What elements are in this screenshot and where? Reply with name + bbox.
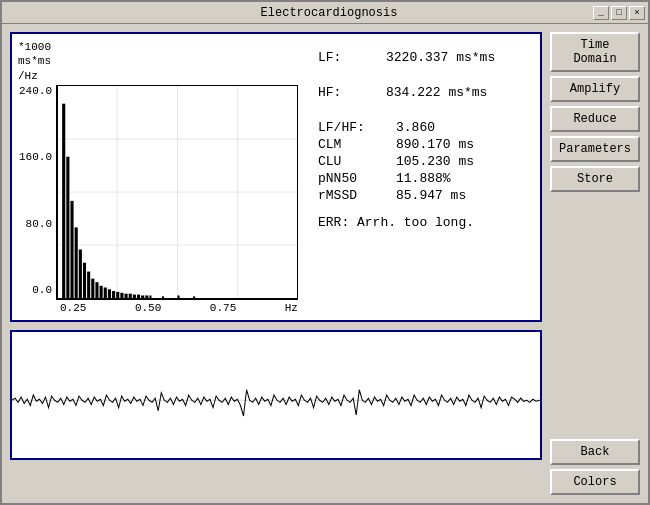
hf-label: HF:	[318, 85, 378, 100]
chart-area: *1000 ms*ms /Hz 240.0 160.0 80.0 0.0	[18, 40, 298, 314]
window-title: Electrocardiognosis	[65, 6, 593, 20]
clm-row: CLM 890.170 ms	[318, 137, 514, 152]
svg-rect-26	[145, 295, 148, 298]
svg-rect-30	[193, 296, 195, 298]
amplify-button[interactable]: Amplify	[550, 76, 640, 102]
svg-rect-22	[129, 294, 132, 298]
pnn50-value: 11.888%	[396, 171, 451, 186]
clm-label: CLM	[318, 137, 388, 152]
svg-rect-27	[149, 295, 151, 298]
svg-rect-29	[178, 295, 180, 298]
stats-area: LF: 3220.337 ms*ms HF: 834.222 ms*ms LF/…	[298, 40, 534, 314]
content-area: *1000 ms*ms /Hz 240.0 160.0 80.0 0.0	[2, 24, 648, 503]
svg-rect-12	[87, 271, 90, 298]
svg-rect-14	[95, 282, 98, 298]
svg-rect-20	[120, 293, 123, 298]
y-axis-labels: 240.0 160.0 80.0 0.0	[18, 85, 56, 314]
rmssd-label: rMSSD	[318, 188, 388, 203]
svg-rect-28	[162, 296, 164, 298]
title-bar: Electrocardiognosis _ □ ×	[2, 2, 648, 24]
svg-rect-7	[66, 157, 69, 298]
clu-label: CLU	[318, 154, 388, 169]
lf-hf-row: LF/HF: 3.860	[318, 120, 514, 135]
minimize-button[interactable]: _	[593, 6, 609, 20]
error-text: ERR: Arrh. too long.	[318, 215, 514, 230]
frequency-chart-panel: *1000 ms*ms /Hz 240.0 160.0 80.0 0.0	[10, 32, 542, 322]
svg-rect-8	[70, 201, 73, 298]
svg-rect-18	[112, 291, 115, 298]
window-controls: _ □ ×	[593, 6, 645, 20]
svg-rect-13	[91, 279, 94, 298]
parameters-button[interactable]: Parameters	[550, 136, 640, 162]
pnn50-row: pNN50 11.888%	[318, 171, 514, 186]
svg-rect-16	[104, 287, 107, 298]
hf-value: 834.222 ms*ms	[386, 85, 487, 100]
frequency-chart-canvas	[56, 85, 298, 300]
time-domain-button[interactable]: Time Domain	[550, 32, 640, 72]
lf-value: 3220.337 ms*ms	[386, 50, 495, 65]
svg-rect-24	[137, 294, 140, 298]
lf-label: LF:	[318, 50, 378, 65]
svg-rect-25	[141, 295, 144, 298]
svg-rect-9	[75, 227, 78, 298]
svg-rect-21	[125, 294, 128, 298]
main-window: Electrocardiognosis _ □ × *1000 ms*ms /H…	[0, 0, 650, 505]
waveform-panel	[10, 330, 542, 460]
svg-rect-17	[108, 289, 111, 298]
y-label: *1000 ms*ms /Hz	[18, 40, 298, 83]
clu-value: 105.230 ms	[396, 154, 474, 169]
svg-rect-19	[116, 292, 119, 298]
maximize-button[interactable]: □	[611, 6, 627, 20]
lf-row: LF: 3220.337 ms*ms	[318, 50, 514, 65]
x-axis-labels: 0.25 0.50 0.75 Hz	[56, 302, 298, 314]
rmssd-row: rMSSD 85.947 ms	[318, 188, 514, 203]
store-button[interactable]: Store	[550, 166, 640, 192]
svg-rect-10	[79, 249, 82, 298]
colors-button[interactable]: Colors	[550, 469, 640, 495]
back-button[interactable]: Back	[550, 439, 640, 465]
lf-hf-value: 3.860	[396, 120, 435, 135]
svg-rect-23	[133, 294, 136, 298]
clm-value: 890.170 ms	[396, 137, 474, 152]
sidebar: Time Domain Amplify Reduce Parameters St…	[550, 32, 640, 495]
lf-hf-label: LF/HF:	[318, 120, 388, 135]
main-area: *1000 ms*ms /Hz 240.0 160.0 80.0 0.0	[10, 32, 542, 495]
hf-row: HF: 834.222 ms*ms	[318, 85, 514, 100]
clu-row: CLU 105.230 ms	[318, 154, 514, 169]
svg-rect-11	[83, 263, 86, 298]
rmssd-value: 85.947 ms	[396, 188, 466, 203]
reduce-button[interactable]: Reduce	[550, 106, 640, 132]
svg-rect-15	[100, 286, 103, 298]
close-button[interactable]: ×	[629, 6, 645, 20]
pnn50-label: pNN50	[318, 171, 388, 186]
svg-rect-6	[62, 104, 65, 298]
